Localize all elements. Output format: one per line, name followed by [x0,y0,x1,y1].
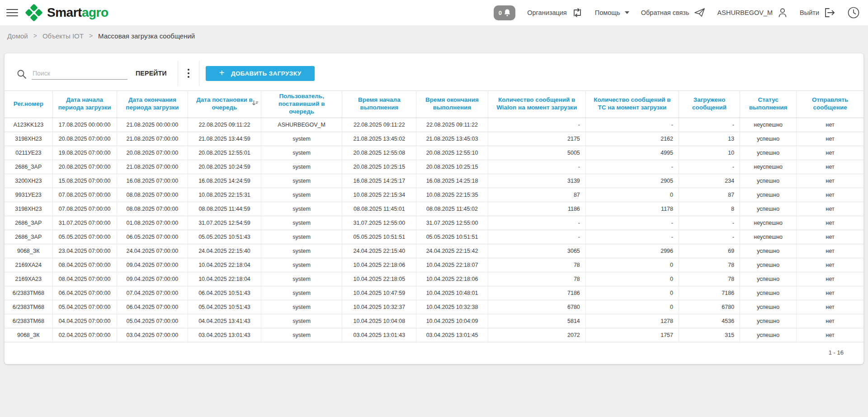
column-header-7[interactable]: Время окончания выполнения [416,91,488,118]
table-cell: 2686_ЗАР [5,230,52,244]
table-cell: 10 [679,146,740,160]
table-cell: 9068_ЗК [5,244,52,258]
table-cell: 20.08.2025 07:00:00 [117,146,188,160]
help-menu[interactable]: Помощь [595,9,629,16]
table-row[interactable]: 2686_ЗАР20.08.2025 07:00:0021.08.2025 07… [5,160,863,174]
table-cell: 20.08.2025 12:55:08 [342,146,416,160]
organization-menu[interactable]: Организация [527,7,583,19]
breadcrumb-home[interactable]: Домой [7,32,28,40]
column-header-8[interactable]: Количество сообщений в Wialon на момент … [488,91,585,118]
table-cell: 08.04.2025 07:00:00 [52,272,117,286]
table-cell: 08.04.2025 07:00:00 [52,258,117,272]
table-cell: 04.04.2025 13:41:43 [188,314,261,328]
table-cell: 10.04.2025 22:18:05 [342,272,416,286]
table-cell: 4536 [679,314,740,328]
column-header-4[interactable]: Дата постановки в очередь [188,91,261,118]
table-row[interactable]: 6/2383ТМ6804.04.2025 07:00:0005.04.2025 … [5,314,863,328]
table-cell: 10.08.2025 22:15:34 [342,188,416,202]
column-header-10[interactable]: Загружено сообщений [679,91,740,118]
table-cell: успешно [740,244,797,258]
table-cell: 10.08.2025 22:15:35 [416,188,488,202]
column-header-2[interactable]: Дата начала периода загрузки [52,91,117,118]
feedback-button[interactable]: Обратная связь [641,7,706,18]
table-cell: 78 [679,258,740,272]
go-button[interactable]: ПЕРЕЙТИ [127,66,175,81]
user-menu[interactable]: ASHURBEGOV_M [717,7,788,18]
table-cell: 03.04.2025 07:00:00 [117,328,188,342]
table-cell: 2072 [488,328,585,342]
table-cell: system [261,160,342,174]
help-label: Помощь [595,9,620,16]
table-cell: 0 [585,188,679,202]
table-cell: успешно [740,300,797,314]
table-cell: 16.08.2025 14:24:59 [188,174,261,188]
column-header-9[interactable]: Количество сообщений в ТС на момент загр… [585,91,679,118]
table-cell: 24.04.2025 07:00:00 [117,244,188,258]
table-row[interactable]: 2169ХА2308.04.2025 07:00:0009.04.2025 07… [5,272,863,286]
table-row[interactable]: 2169ХА2408.04.2025 07:00:0009.04.2025 07… [5,258,863,272]
table-row[interactable]: A123KK12317.08.2025 00:00:0021.08.2025 0… [5,118,863,132]
add-upload-button[interactable]: + ДОБАВИТЬ ЗАГРУЗКУ [206,66,315,81]
table-row[interactable]: 9068_ЗК23.04.2025 07:00:0024.04.2025 07:… [5,244,863,258]
search-input[interactable] [32,67,127,80]
person-icon [777,7,788,18]
table-row[interactable]: 2686_ЗАР05.05.2025 07:00:0006.05.2025 07… [5,230,863,244]
table-cell: успешно [740,146,797,160]
table-cell: 69 [679,244,740,258]
table-cell: нет [797,230,863,244]
table-row[interactable]: 6/2383ТМ6806.04.2025 07:00:0007.04.2025 … [5,286,863,300]
smartagro-logo[interactable]: Smartagro [24,3,108,23]
logout-button[interactable]: Выйти [800,7,835,18]
table-cell: 6780 [488,300,585,314]
table-cell: 22.08.2025 09:11:22 [342,118,416,132]
table-cell: 3200ХН23 [5,174,52,188]
table-cell: 24.04.2025 22:15:40 [342,244,416,258]
table-cell: - [488,230,585,244]
clock-icon [847,6,860,19]
table-cell: 03.04.2025 13:01:43 [188,328,261,342]
table-cell: 0 [585,272,679,286]
column-header-6[interactable]: Время начала выполнения [342,91,416,118]
table-cell: 15.08.2025 07:00:00 [52,174,117,188]
table-cell: 02.04.2025 07:00:00 [52,328,117,342]
column-header-label: Отправлять сообщение [812,96,849,111]
column-header-5[interactable]: Пользователь, поставивший в очередь [261,91,342,118]
column-header-label: Статус выполнения [749,96,787,111]
column-header-12[interactable]: Отправлять сообщение [797,91,863,118]
column-header-label: Дата начала периода загрузки [58,96,111,111]
table-row[interactable]: 9068_ЗК02.04.2025 07:00:0003.04.2025 07:… [5,328,863,342]
table-row[interactable]: 3200ХН2315.08.2025 07:00:0016.08.2025 07… [5,174,863,188]
table-row[interactable]: 3198ХН2320.08.2025 07:00:0021.08.2025 07… [5,132,863,146]
table-cell: system [261,286,342,300]
toolbar: ПЕРЕЙТИ + ДОБАВИТЬ ЗАГРУЗКУ [5,53,863,90]
table-row[interactable]: 6/2383ТМ6805.04.2025 07:00:0006.04.2025 … [5,300,863,314]
table-cell: 31.07.2025 12:55:00 [342,216,416,230]
table-cell: нет [797,174,863,188]
table-cell: успешно [740,314,797,328]
table-row[interactable]: 0211УЕ2319.08.2025 07:00:0020.08.2025 07… [5,146,863,160]
column-header-11[interactable]: Статус выполнения [740,91,797,118]
history-button[interactable] [847,6,860,19]
table-row[interactable]: 9931УЕ2307.08.2025 07:00:0008.08.2025 07… [5,188,863,202]
table-cell: 2169ХА24 [5,258,52,272]
more-options-icon[interactable] [181,66,196,81]
table-cell: 16.08.2025 07:00:00 [117,174,188,188]
notifications-button[interactable]: 0 [494,5,515,20]
table-cell: 234 [679,174,740,188]
table-cell: нет [797,160,863,174]
table-row[interactable]: 2686_ЗАР31.07.2025 07:00:0001.08.2025 07… [5,216,863,230]
table-cell: 05.05.2025 10:51:43 [188,230,261,244]
column-header-1[interactable]: Рег.номер [5,91,52,118]
plus-icon: + [219,68,225,77]
table-cell: - [585,230,679,244]
menu-icon[interactable] [6,7,18,18]
breadcrumb-iot-objects[interactable]: Объекты IOT [42,32,84,40]
table-row[interactable]: 3198ХН2307.08.2025 07:00:0008.08.2025 07… [5,202,863,216]
table-cell: - [585,160,679,174]
table-cell: 2162 [585,132,679,146]
column-header-3[interactable]: Дата окончания периода загрузки [117,91,188,118]
table-cell: 2686_ЗАР [5,216,52,230]
table-cell: 22.08.2025 09:11:22 [188,118,261,132]
table-cell: нет [797,258,863,272]
table-cell: успешно [740,328,797,342]
